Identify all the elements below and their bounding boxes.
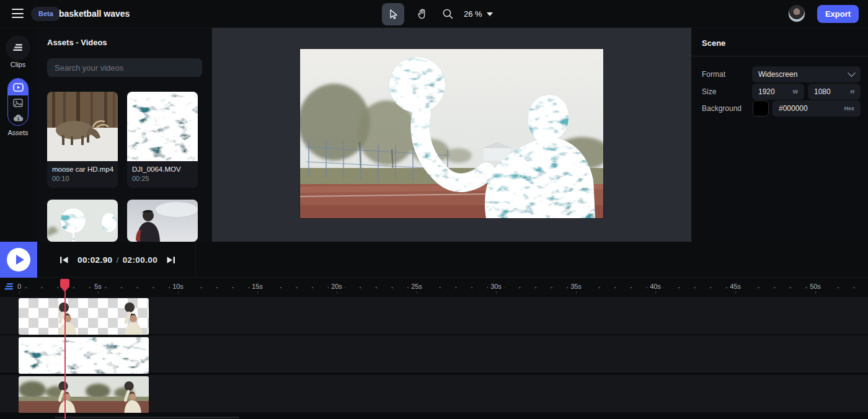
- cursor-icon: [388, 9, 399, 20]
- divider: [195, 242, 196, 277]
- person-sky-thumbnail: [127, 200, 198, 242]
- ruler-tick-label: 30s: [488, 283, 504, 290]
- total-time: 02:00.00: [123, 255, 158, 265]
- clip-keyed-player[interactable]: [19, 298, 149, 335]
- clips-icon: [12, 43, 24, 53]
- export-button[interactable]: Export: [817, 5, 859, 23]
- timeline-ruler[interactable]: 0 5s 10s 15s 20s 25s 30s 35s 40s 45s 50s: [0, 278, 868, 296]
- svg-text:1: 1: [17, 117, 19, 121]
- assets-videos-tab[interactable]: [8, 79, 28, 95]
- video-preview[interactable]: [300, 49, 603, 218]
- ruler-tick-label: 0: [15, 283, 24, 290]
- select-tool-button[interactable]: [382, 3, 404, 25]
- project-title: basketball waves: [59, 9, 130, 19]
- skip-to-end-button[interactable]: [166, 256, 175, 264]
- canvas-viewport[interactable]: [212, 28, 691, 242]
- magnifier-icon: [442, 8, 454, 20]
- cloud-upload-icon: 1: [13, 114, 24, 122]
- ruler-tick-label: 5s: [92, 283, 104, 290]
- avatar[interactable]: [788, 5, 805, 22]
- ruler-tick-label: 20s: [329, 283, 345, 290]
- chevron-down-icon: [487, 12, 493, 16]
- assets-group: 1: [7, 78, 29, 126]
- background-color-swatch[interactable]: [753, 100, 769, 117]
- video-asset-name: moose car HD.mp4: [47, 161, 118, 173]
- background-label: Background: [702, 104, 742, 113]
- clip-ocean-waves[interactable]: [19, 337, 149, 374]
- play-button[interactable]: [0, 242, 37, 278]
- format-label: Format: [702, 70, 725, 79]
- layers-icon: [4, 283, 14, 291]
- background-hex-field[interactable]: #000000 Hex: [773, 100, 861, 117]
- playback-bar: 00:02.90/02:00.00: [0, 242, 868, 278]
- assets-panel: Assets - Videos moose car HD.mp4 00:10 D…: [36, 28, 212, 242]
- video-asset-duration: 00:25: [127, 173, 198, 188]
- video-asset-name: DJI_0064.MOV: [127, 161, 198, 173]
- format-value: Widescreen: [758, 70, 797, 79]
- ruler-tick-label: 40s: [647, 283, 663, 290]
- height-unit: H: [851, 89, 855, 95]
- waves-video-thumbnail: [127, 92, 198, 161]
- scene-panel: Scene Format Widescreen Size 1920 W 1080…: [691, 28, 868, 242]
- format-select[interactable]: Widescreen: [752, 66, 861, 82]
- keyed-basketball-thumbnail: [47, 200, 118, 242]
- height-value: 1080: [814, 87, 831, 96]
- sidebar-item-clips[interactable]: [6, 35, 30, 60]
- ruler-tick-label: 15s: [249, 283, 265, 290]
- size-label: Size: [702, 87, 716, 96]
- assets-images-tab[interactable]: [8, 95, 28, 110]
- menu-icon[interactable]: [12, 9, 24, 19]
- moose-video-thumbnail: [47, 92, 118, 161]
- transport-controls: 00:02.90/02:00.00: [60, 242, 175, 278]
- assets-panel-title: Assets - Videos: [47, 38, 107, 47]
- ruler-tick-label: 25s: [409, 283, 425, 290]
- assets-uploads-tab[interactable]: 1: [8, 110, 28, 125]
- video-asset-duration: 00:10: [47, 173, 118, 188]
- canvas-toolbar: 26 %: [382, 2, 493, 25]
- divider: [691, 56, 868, 56]
- skip-start-icon: [60, 256, 69, 264]
- chevron-down-icon: [848, 69, 856, 77]
- zoom-level-value: 26 %: [464, 9, 482, 19]
- skip-end-icon: [166, 256, 175, 264]
- playhead-line: [64, 290, 66, 419]
- video-icon: [13, 83, 24, 92]
- skip-to-start-button[interactable]: [60, 256, 69, 264]
- video-asset-card[interactable]: [127, 200, 198, 242]
- waves-clip-thumbnail: [19, 337, 149, 374]
- zoom-tool-button[interactable]: [439, 3, 456, 25]
- play-icon: [7, 248, 30, 271]
- ruler-tick-label: 10s: [170, 283, 186, 290]
- timeline-tracks-icon[interactable]: [4, 283, 14, 294]
- background-hex-value: #000000: [779, 104, 808, 113]
- image-icon: [13, 99, 23, 107]
- ruler-tick-label: 50s: [807, 283, 823, 290]
- current-time: 00:02.90: [78, 255, 113, 265]
- sidebar-item-assets-label: Assets: [0, 129, 36, 136]
- clip-original-footage[interactable]: [19, 376, 149, 413]
- width-value: 1920: [758, 87, 775, 96]
- video-asset-card[interactable]: [47, 200, 118, 242]
- pan-tool-button[interactable]: [410, 3, 433, 25]
- video-asset-card[interactable]: DJI_0064.MOV 00:25: [127, 92, 198, 188]
- keyed-player-clip-thumbnail: [19, 298, 149, 335]
- timecode-separator: /: [113, 255, 123, 265]
- height-field[interactable]: 1080 H: [808, 84, 861, 100]
- left-rail: Clips 1 Assets: [0, 28, 36, 242]
- sidebar-item-clips-label: Clips: [0, 61, 36, 68]
- background-hex-unit: Hex: [844, 105, 854, 112]
- beta-badge: Beta: [31, 7, 61, 21]
- ruler-tick-label: 35s: [568, 283, 584, 290]
- video-asset-card[interactable]: moose car HD.mp4 00:10: [47, 92, 118, 188]
- timeline-scrollbar[interactable]: [55, 417, 239, 418]
- park-clip-thumbnail: [19, 376, 149, 413]
- search-input[interactable]: [47, 58, 202, 77]
- top-bar: Beta basketball waves 26 % Export: [0, 0, 868, 28]
- timeline-tracks: [0, 296, 868, 419]
- width-unit: W: [793, 89, 799, 95]
- timecode: 00:02.90/02:00.00: [78, 255, 157, 265]
- width-field[interactable]: 1920 W: [752, 84, 804, 100]
- hand-icon: [416, 8, 428, 20]
- scene-panel-title: Scene: [702, 38, 725, 48]
- zoom-level-control[interactable]: 26 %: [464, 9, 493, 19]
